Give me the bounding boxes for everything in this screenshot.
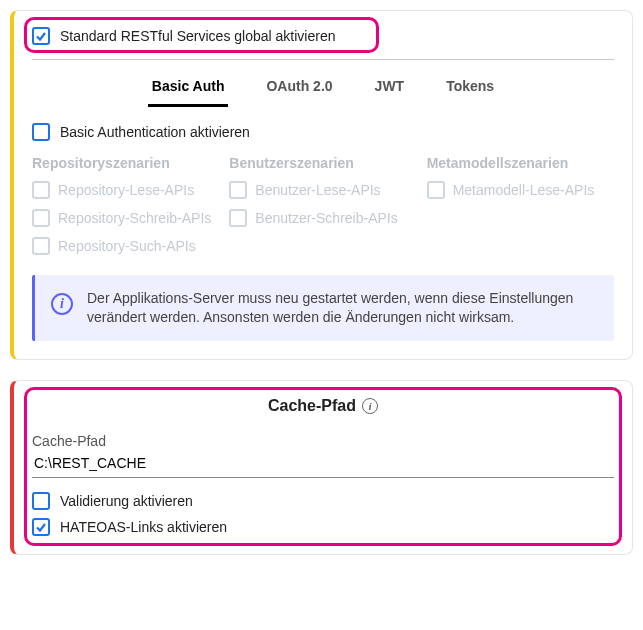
scenario-item: Repository-Lese-APIs <box>32 181 219 199</box>
scenario-label: Repository-Schreib-APIs <box>58 210 211 226</box>
separator <box>32 59 614 60</box>
scenario-grid: Repositoryszenarien Repository-Lese-APIs… <box>32 155 614 265</box>
scenario-checkbox <box>427 181 445 199</box>
auth-tabs: Basic Auth OAuth 2.0 JWT Tokens <box>32 68 614 107</box>
scenario-item: Benutzer-Schreib-APIs <box>229 209 416 227</box>
tab-jwt[interactable]: JWT <box>371 68 409 107</box>
tab-oauth2[interactable]: OAuth 2.0 <box>262 68 336 107</box>
scenario-label: Repository-Such-APIs <box>58 238 196 254</box>
global-enable-checkbox[interactable] <box>32 27 50 45</box>
scenario-col-title-repo: Repositoryszenarien <box>32 155 219 171</box>
basic-auth-enable-checkbox[interactable] <box>32 123 50 141</box>
tab-basic-auth[interactable]: Basic Auth <box>148 68 229 107</box>
scenario-label: Benutzer-Lese-APIs <box>255 182 380 198</box>
scenario-label: Metamodell-Lese-APIs <box>453 182 595 198</box>
restart-info-text: Der Applikations-Server muss neu gestart… <box>87 289 598 327</box>
basic-auth-enable-label: Basic Authentication aktivieren <box>60 124 250 140</box>
scenario-checkbox <box>32 209 50 227</box>
scenario-item: Benutzer-Lese-APIs <box>229 181 416 199</box>
scenario-checkbox <box>229 209 247 227</box>
scenario-item: Repository-Schreib-APIs <box>32 209 219 227</box>
scenario-label: Repository-Lese-APIs <box>58 182 194 198</box>
scenario-col-title-meta: Metamodellszenarien <box>427 155 614 171</box>
validation-label: Validierung aktivieren <box>60 493 193 509</box>
global-enable-label: Standard RESTful Services global aktivie… <box>60 28 335 44</box>
cache-section-title: Cache-Pfad <box>268 397 356 415</box>
scenario-checkbox <box>32 237 50 255</box>
rest-services-card: Standard RESTful Services global aktivie… <box>10 10 633 360</box>
scenario-col-title-user: Benutzerszenarien <box>229 155 416 171</box>
cache-path-card: Cache-Pfad i Cache-Pfad Validierung akti… <box>10 380 633 555</box>
scenario-checkbox <box>229 181 247 199</box>
scenario-label: Benutzer-Schreib-APIs <box>255 210 397 226</box>
scenario-item: Repository-Such-APIs <box>32 237 219 255</box>
scenario-item: Metamodell-Lese-APIs <box>427 181 614 199</box>
restart-info-box: i Der Applikations-Server muss neu gesta… <box>32 275 614 341</box>
info-icon: i <box>51 293 73 315</box>
hateoas-checkbox[interactable] <box>32 518 50 536</box>
scenario-checkbox <box>32 181 50 199</box>
validation-checkbox[interactable] <box>32 492 50 510</box>
hateoas-label: HATEOAS-Links aktivieren <box>60 519 227 535</box>
cache-path-label: Cache-Pfad <box>32 433 614 449</box>
tab-tokens[interactable]: Tokens <box>442 68 498 107</box>
help-icon[interactable]: i <box>362 398 378 414</box>
cache-path-input[interactable] <box>32 451 614 478</box>
